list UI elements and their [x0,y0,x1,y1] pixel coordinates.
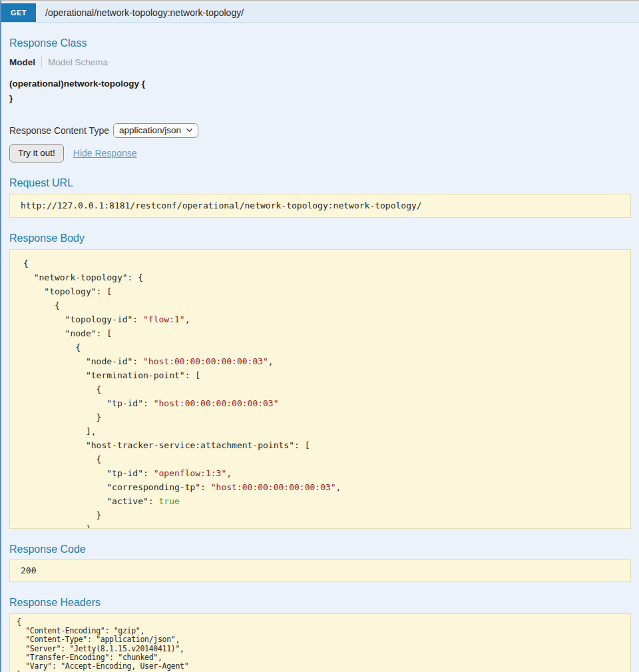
model-signature-close: } [9,91,631,106]
model-tabs: Model Model Schema [9,57,631,67]
response-body-json: { "network-topology": { "topology": [ { … [10,250,630,529]
response-body-heading: Response Body [9,232,631,244]
response-headers-box: { "Content-Encoding": "gzip", "Content-T… [9,613,631,672]
http-method-badge[interactable]: GET [1,3,36,22]
response-content-type-row: Response Content Type application/json [9,123,631,138]
response-code-value: 200 [10,560,630,581]
hide-response-link[interactable]: Hide Response [73,148,137,159]
request-url-heading: Request URL [9,177,631,189]
content-type-select[interactable]: application/json [113,123,198,138]
request-url-value: http://127.0.0.1:8181/restconf/operation… [10,194,630,217]
content-type-selected-value: application/json [119,125,181,135]
request-url-box: http://127.0.0.1:8181/restconf/operation… [9,194,631,218]
response-headers-heading: Response Headers [9,597,631,609]
response-code-heading: Response Code [9,543,631,555]
model-signature-open: (operational)network-topology { [9,77,631,91]
try-it-out-button[interactable]: Try it out! [9,144,64,163]
tab-model-schema[interactable]: Model Schema [48,57,108,67]
operation-details: Response Class Model Model Schema (opera… [1,37,639,672]
response-code-box: 200 [9,559,631,582]
chevron-down-icon [186,127,192,133]
operation-header[interactable]: GET /operational/network-topology:networ… [1,3,639,23]
response-class-heading: Response Class [9,37,631,49]
response-body-box: { "network-topology": { "topology": [ { … [9,249,631,529]
response-headers-value: { "Content-Encoding": "gzip", "Content-T… [10,614,630,672]
tab-divider [41,57,42,67]
tab-model[interactable]: Model [9,57,35,67]
response-content-type-label: Response Content Type [9,125,109,136]
operation-path[interactable]: /operational/network-topology:network-to… [36,3,244,22]
model-signature: (operational)network-topology { } [9,77,631,106]
try-row: Try it out! Hide Response [9,144,631,163]
